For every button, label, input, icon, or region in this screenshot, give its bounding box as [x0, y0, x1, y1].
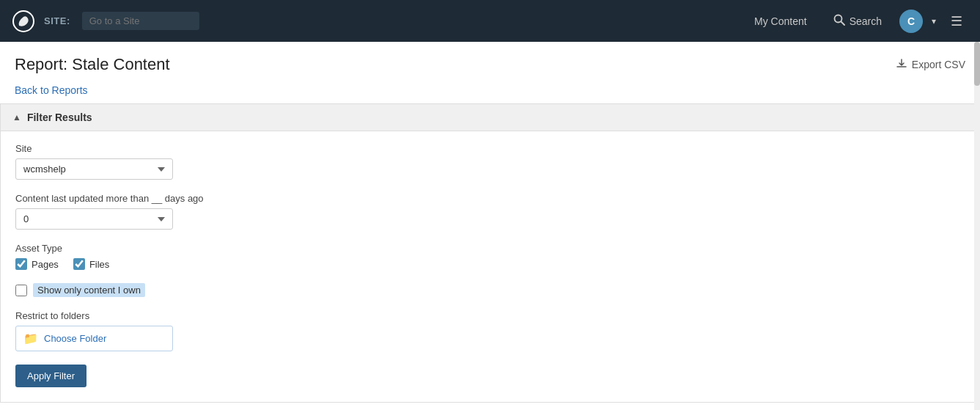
asset-type-form-group: Asset Type Pages Files [15, 243, 965, 270]
download-icon [896, 58, 907, 72]
user-avatar[interactable]: C [899, 10, 923, 33]
top-nav: SITE: My Content Search C ▾ ☰ [0, 0, 980, 42]
my-content-button[interactable]: My Content [745, 10, 816, 33]
site-input[interactable] [82, 12, 199, 30]
restrict-folders-label: Restrict to folders [15, 310, 965, 321]
pages-label: Pages [32, 259, 59, 270]
page-content: Report: Stale Content Export CSV Back to… [0, 42, 980, 410]
scrollbar-track[interactable] [974, 42, 980, 410]
site-label: SITE: [44, 15, 70, 26]
filter-panel: ▲ Filter Results Site wcmshelp Content l… [0, 103, 980, 403]
scrollbar-thumb[interactable] [974, 42, 980, 86]
days-select[interactable]: 0 [15, 208, 173, 230]
show-own-checkbox[interactable] [15, 285, 27, 296]
search-label: Search [850, 15, 882, 27]
folder-chooser[interactable]: 📁 Choose Folder [15, 326, 173, 351]
svg-line-2 [841, 22, 844, 26]
files-label: Files [89, 259, 109, 270]
site-form-group: Site wcmshelp [15, 143, 965, 180]
show-own-label: Show only content I own [33, 283, 145, 297]
days-form-group: Content last updated more than __ days a… [15, 193, 965, 230]
restrict-folders-group: Restrict to folders 📁 Choose Folder [15, 310, 965, 351]
page-title: Report: Stale Content [15, 55, 170, 74]
show-own-row: Show only content I own [15, 283, 965, 297]
filter-heading: Filter Results [27, 111, 92, 123]
filter-header[interactable]: ▲ Filter Results [1, 104, 979, 131]
page-header: Report: Stale Content Export CSV [0, 42, 980, 81]
site-label: Site [15, 143, 965, 154]
apply-filter-button[interactable]: Apply Filter [15, 365, 86, 387]
files-checkbox[interactable] [73, 258, 85, 270]
filter-collapse-icon: ▲ [12, 112, 21, 122]
export-csv-button[interactable]: Export CSV [896, 58, 965, 72]
files-checkbox-item[interactable]: Files [73, 258, 109, 270]
pages-checkbox[interactable] [15, 258, 27, 270]
asset-type-label: Asset Type [15, 243, 965, 254]
back-to-reports-link[interactable]: Back to Reports [0, 81, 980, 103]
search-icon [833, 14, 845, 28]
days-label: Content last updated more than __ days a… [15, 193, 965, 204]
hamburger-menu-icon[interactable]: ☰ [945, 7, 968, 35]
avatar-chevron-icon[interactable]: ▾ [932, 16, 936, 26]
export-csv-label: Export CSV [912, 59, 965, 70]
site-select[interactable]: wcmshelp [15, 158, 173, 180]
filter-body: Site wcmshelp Content last updated more … [1, 131, 979, 402]
app-logo[interactable] [12, 10, 35, 33]
asset-type-row: Pages Files [15, 258, 965, 270]
pages-checkbox-item[interactable]: Pages [15, 258, 59, 270]
search-button[interactable]: Search [825, 8, 891, 34]
folder-label: Choose Folder [44, 333, 106, 344]
folder-icon: 📁 [23, 332, 38, 345]
